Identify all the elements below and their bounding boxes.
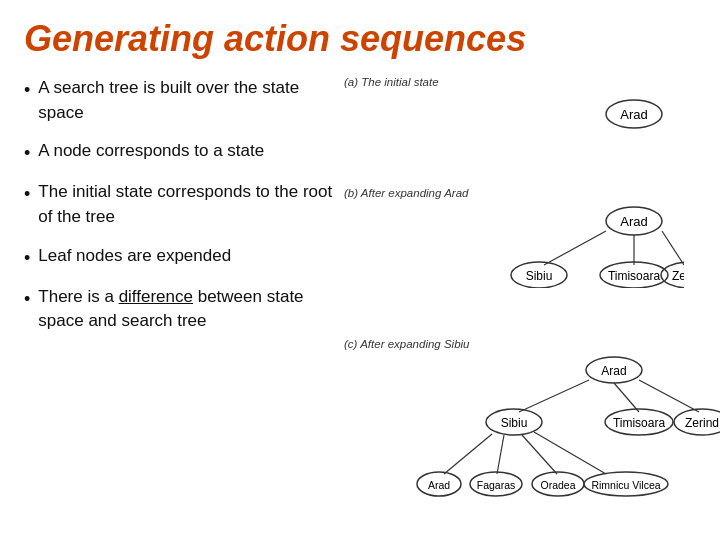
svg-text:Timisoara: Timisoara bbox=[608, 269, 661, 283]
diagram-b-label: (b) After expanding Arad bbox=[344, 187, 720, 199]
svg-text:Timisoara: Timisoara bbox=[613, 416, 666, 430]
bullet-text-5: There is a difference between state spac… bbox=[38, 285, 334, 334]
svg-line-24 bbox=[444, 434, 492, 474]
diagram-c-label: (c) After expanding Sibiu bbox=[344, 338, 720, 350]
svg-text:Arad: Arad bbox=[620, 214, 647, 229]
svg-text:Zerind: Zerind bbox=[672, 269, 684, 283]
content-area: • A search tree is built over the state … bbox=[24, 76, 696, 522]
svg-text:Fagaras: Fagaras bbox=[477, 479, 516, 491]
svg-text:Arad: Arad bbox=[620, 107, 647, 122]
bullet-item-3: • The initial state corresponds to the r… bbox=[24, 180, 334, 229]
bullet-dot-4: • bbox=[24, 245, 30, 271]
diagram-c: (c) After expanding Sibiu Arad Sibiu Tim… bbox=[344, 338, 720, 514]
bullet-item-5: • There is a difference between state sp… bbox=[24, 285, 334, 334]
svg-text:Sibiu: Sibiu bbox=[526, 269, 553, 283]
bullet-dot-3: • bbox=[24, 181, 30, 207]
svg-line-4 bbox=[544, 231, 606, 265]
bullet-text-2: A node corresponds to a state bbox=[38, 139, 334, 164]
svg-text:Arad: Arad bbox=[601, 364, 626, 378]
bullet-text-3: The initial state corresponds to the roo… bbox=[38, 180, 334, 229]
svg-line-26 bbox=[522, 435, 557, 474]
diagram-a-label: (a) The initial state bbox=[344, 76, 720, 88]
svg-line-27 bbox=[534, 432, 606, 474]
svg-text:Sibiu: Sibiu bbox=[501, 416, 528, 430]
svg-line-6 bbox=[662, 231, 684, 265]
svg-line-17 bbox=[639, 380, 699, 412]
diagram-b: (b) After expanding Arad Arad Sibiu Timi… bbox=[344, 187, 720, 288]
svg-text:Oradea: Oradea bbox=[540, 479, 575, 491]
svg-text:Zerind: Zerind bbox=[685, 416, 719, 430]
svg-line-16 bbox=[614, 383, 639, 412]
diagram-b-svg: Arad Sibiu Timisoara Zerind bbox=[344, 203, 684, 288]
bullet-item-1: • A search tree is built over the state … bbox=[24, 76, 334, 125]
slide-title: Generating action sequences bbox=[24, 18, 696, 60]
bullet-dot-5: • bbox=[24, 286, 30, 312]
svg-line-15 bbox=[519, 380, 589, 412]
bullet-item-2: • A node corresponds to a state bbox=[24, 139, 334, 166]
diagrams-area: (a) The initial state Arad (b) After exp… bbox=[334, 76, 720, 522]
bullet-dot-2: • bbox=[24, 140, 30, 166]
bullet-text-4: Leaf nodes are expended bbox=[38, 244, 334, 269]
slide: Generating action sequences • A search t… bbox=[0, 0, 720, 540]
bullet-item-4: • Leaf nodes are expended bbox=[24, 244, 334, 271]
diagram-a: (a) The initial state Arad bbox=[344, 76, 720, 137]
svg-text:Arad: Arad bbox=[428, 479, 450, 491]
svg-line-25 bbox=[497, 435, 504, 474]
diagram-a-svg: Arad bbox=[344, 92, 684, 137]
bullet-dot-1: • bbox=[24, 77, 30, 103]
diagram-c-svg: Arad Sibiu Timisoara Zerind bbox=[344, 354, 720, 514]
underline-word: difference bbox=[119, 287, 193, 306]
bullet-text-1: A search tree is built over the state sp… bbox=[38, 76, 334, 125]
svg-text:Rimnicu Vilcea: Rimnicu Vilcea bbox=[591, 479, 660, 491]
bullets-list: • A search tree is built over the state … bbox=[24, 76, 334, 522]
